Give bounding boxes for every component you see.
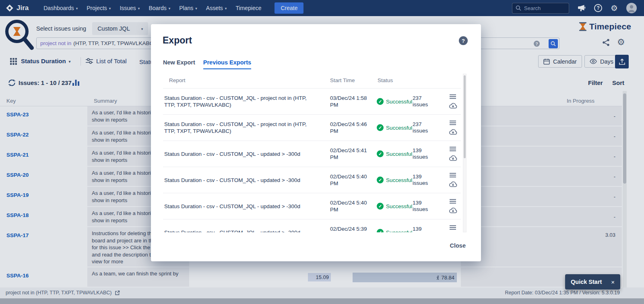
export-row: Status Duration - csv - CUSTOM_JQL - upd… [163,219,461,232]
check-glyph: ✓ [378,230,382,233]
export-report-name: Status Duration - csv - CUSTOM_JQL - upd… [164,177,318,184]
export-status: ✓ Successful [377,203,412,210]
quick-start-button[interactable]: Quick Start × [565,274,620,290]
exports-table: Report Start Time Status Status Duration… [163,74,461,232]
download-cloud-icon[interactable] [449,128,457,135]
success-check-icon: ✓ [377,151,384,157]
dialog-title: Export [163,35,192,46]
export-row: Status Duration - csv - CUSTOM_JQL - pro… [163,88,461,114]
row-menu-icon[interactable] [450,173,456,178]
check-glyph: ✓ [378,204,382,209]
export-report-name: Status Duration - csv - CUSTOM_JQL - pro… [164,95,318,108]
row-menu-icon[interactable] [450,94,456,99]
export-row: Status Duration - csv - CUSTOM_JQL - upd… [163,167,461,193]
success-check-icon: ✓ [377,98,384,105]
export-row: Status Duration - csv - CUSTOM_JQL - pro… [163,114,461,141]
check-glyph: ✓ [378,178,382,183]
download-cloud-icon[interactable] [449,155,457,161]
status-text: Successful [386,99,412,105]
export-issue-count: 237 issues [413,121,432,134]
export-report-name: Status Duration - csv - CUSTOM_JQL - upd… [164,203,318,210]
dialog-tabs: New Export Previous Exports [163,59,251,69]
status-text: Successful [386,125,412,131]
export-start-time: 02/Dec/24 5:41 PM [330,147,370,161]
export-issue-count: 139 issues [413,226,432,232]
export-report-name: Status Duration - csv - CUSTOM_JQL - upd… [164,229,318,233]
success-check-icon: ✓ [377,229,384,233]
question-mark-glyph: ? [462,38,465,44]
column-header-start-time: Start Time [330,77,355,83]
tab-previous-exports[interactable]: Previous Exports [203,59,251,69]
export-issue-count: 237 issues [413,95,432,108]
check-glyph: ✓ [378,99,382,104]
dialog-help-icon[interactable]: ? [459,36,468,45]
export-status: ✓ Successful [377,229,412,233]
export-start-time: 03/Dec/24 1:58 PM [330,95,370,108]
success-check-icon: ✓ [377,203,384,210]
row-menu-icon[interactable] [450,147,456,151]
download-cloud-icon[interactable] [449,181,457,187]
export-actions [447,94,459,109]
export-actions [447,173,459,187]
success-check-icon: ✓ [377,124,384,131]
row-menu-icon[interactable] [450,120,456,125]
success-check-icon: ✓ [377,177,384,184]
export-row: Status Duration - csv - CUSTOM_JQL - upd… [163,141,461,167]
export-issue-count: 139 issues [413,200,432,213]
export-dialog: Export ? New Export Previous Exports Rep… [151,24,481,261]
export-actions [447,225,459,232]
close-icon[interactable]: × [611,279,615,285]
column-header-status: Status [378,77,393,83]
export-start-time: 02/Dec/24 5:40 PM [330,173,370,187]
status-text: Successful [386,151,412,157]
export-report-name: Status Duration - csv - CUSTOM_JQL - upd… [164,151,318,157]
export-actions [447,120,459,135]
quick-start-label: Quick Start [571,279,602,285]
download-cloud-icon[interactable] [449,207,457,213]
export-issue-count: 139 issues [413,174,432,186]
column-header-report: Report [169,77,186,83]
export-status: ✓ Successful [377,124,412,131]
status-text: Successful [386,203,412,209]
row-menu-icon[interactable] [450,199,456,204]
close-button[interactable]: Close [450,242,466,249]
download-cloud-icon[interactable] [449,102,457,109]
export-status: ✓ Successful [377,151,412,157]
tab-new-export[interactable]: New Export [163,59,195,69]
export-status: ✓ Successful [377,98,412,105]
status-text: Successful [386,177,412,183]
export-report-name: Status Duration - csv - CUSTOM_JQL - pro… [164,121,318,134]
export-start-time: 02/Dec/24 5:39 PM [330,225,370,232]
row-menu-icon[interactable] [450,225,456,230]
check-glyph: ✓ [378,151,382,157]
status-text: Successful [386,230,412,233]
export-issue-count: 139 issues [413,147,432,160]
jira-app: Jira Dashboards▾ Projects▾ Issues▾ Board… [0,0,644,304]
exports-table-header: Report Start Time Status [163,74,461,88]
export-actions [447,199,459,213]
export-status: ✓ Successful [377,177,412,184]
dialog-scrollbar-thumb[interactable] [464,75,466,158]
export-actions [447,147,459,161]
export-start-time: 02/Dec/24 5:46 PM [330,121,370,134]
check-glyph: ✓ [378,125,382,130]
export-start-time: 02/Dec/24 5:40 PM [330,199,370,213]
dialog-scrollbar[interactable] [463,74,466,232]
export-row: Status Duration - csv - CUSTOM_JQL - upd… [163,193,461,219]
